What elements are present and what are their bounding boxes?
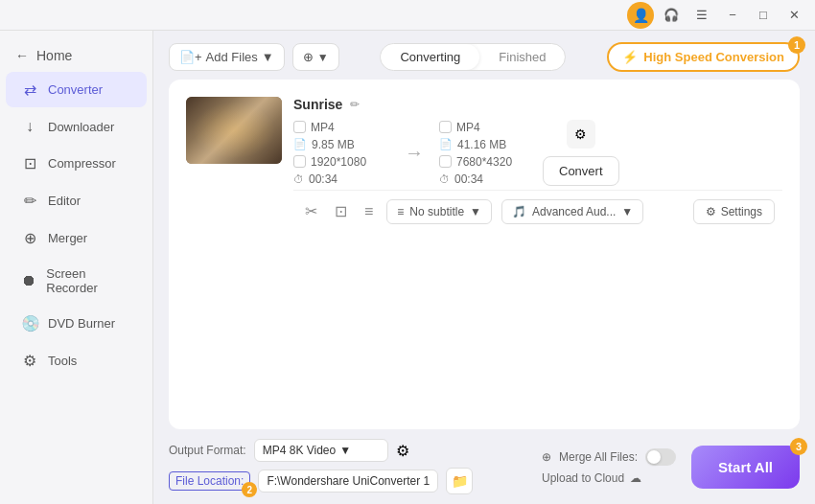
sidebar-item-tools[interactable]: ⚙ Tools — [6, 343, 147, 378]
merger-icon: ⊕ — [21, 229, 38, 247]
output-settings: Output Format: MP4 8K Video ▼ ⚙ File Loc… — [169, 439, 526, 494]
audio-dropdown-icon: ▼ — [621, 205, 633, 218]
src-duration: 00:34 — [309, 172, 338, 186]
tab-converting[interactable]: Converting — [381, 44, 479, 70]
upload-label: Upload to Cloud — [542, 471, 624, 485]
sidebar-item-label-screen-recorder: Screen Recorder — [46, 266, 131, 295]
high-speed-conversion-button[interactable]: ⚡ High Speed Conversion 1 — [607, 42, 800, 72]
output-format-label: Output Format: — [169, 444, 246, 457]
converter-icon: ⇄ — [21, 80, 38, 99]
subtitle-select[interactable]: ≡ No subtitle ▼ — [386, 199, 492, 224]
titlebar: 👤 🎧 ☰ − □ ✕ — [0, 0, 815, 31]
titlebar-minimize-button[interactable]: − — [719, 2, 746, 29]
sidebar-item-label-dvd-burner: DVD Burner — [48, 316, 115, 331]
add-files-label: Add Files — [206, 50, 258, 64]
video-thumbnail — [186, 97, 282, 164]
subtitle-icon: ≡ — [397, 205, 404, 218]
add-folder-button[interactable]: ⊕ ▼ — [292, 43, 339, 71]
sidebar-item-compressor[interactable]: ⊡ Compressor — [6, 146, 147, 181]
file-location-label[interactable]: File Location:2 — [169, 471, 250, 491]
dst-duration: 00:34 — [454, 172, 483, 186]
sidebar-item-label-editor: Editor — [48, 194, 81, 208]
src-duration-icon: ⏱ — [293, 173, 304, 185]
subtitle-dropdown-icon: ▼ — [470, 205, 481, 218]
merge-label: Merge All Files: — [559, 450, 638, 464]
video-settings-icon-button[interactable]: ⚙ — [567, 120, 595, 149]
video-edit-icon[interactable]: ✏ — [350, 98, 360, 111]
titlebar-headset-icon[interactable]: 🎧 — [658, 2, 685, 29]
crop-icon[interactable]: ⊡ — [331, 198, 351, 224]
merge-icon: ⊕ — [542, 450, 551, 464]
src-format-checkbox[interactable] — [293, 121, 306, 133]
file-location-badge: 2 — [242, 482, 257, 497]
audio-icon: 🎵 — [512, 205, 526, 218]
cut-icon[interactable]: ✂ — [301, 198, 321, 224]
output-format-line: Output Format: MP4 8K Video ▼ ⚙ — [169, 439, 526, 462]
add-files-button[interactable]: 📄+ Add Files ▼ — [169, 43, 285, 71]
sidebar-item-dvd-burner[interactable]: 💿 DVD Burner — [6, 306, 147, 341]
video-settings-button[interactable]: ⚙ Settings — [693, 199, 775, 224]
toggle-knob — [647, 450, 661, 464]
merge-all-files-line: ⊕ Merge All Files: — [542, 448, 676, 466]
titlebar-close-button[interactable]: ✕ — [780, 2, 807, 29]
folder-icon: 📁 — [452, 473, 468, 489]
sidebar-item-converter[interactable]: ⇄ Converter — [6, 72, 147, 107]
titlebar-menu-icon[interactable]: ☰ — [688, 2, 715, 29]
sidebar-item-editor[interactable]: ✏ Editor — [6, 183, 147, 218]
output-format-value: MP4 8K Video — [263, 444, 337, 457]
start-all-button[interactable]: Start All 3 — [691, 446, 800, 489]
dst-format-row: MP4 — [439, 121, 535, 134]
sidebar-item-screen-recorder[interactable]: ⏺ Screen Recorder — [6, 258, 147, 304]
video-item: Sunrise ✏ MP4 📄 9.85 MB — [178, 89, 790, 236]
thumbnail-image — [186, 97, 282, 164]
video-list-area: Sunrise ✏ MP4 📄 9.85 MB — [169, 80, 800, 429]
add-files-dropdown-icon: ▼ — [262, 50, 274, 64]
dst-format-checkbox[interactable] — [439, 121, 452, 133]
sidebar: ← Home ⇄ Converter ↓ Downloader ⊡ Compre… — [0, 31, 153, 504]
top-toolbar: 📄+ Add Files ▼ ⊕ ▼ Converting Finished ⚡… — [153, 31, 815, 80]
titlebar-maximize-button[interactable]: □ — [750, 2, 777, 29]
upload-cloud-line[interactable]: Upload to Cloud ☁ — [542, 471, 676, 485]
sidebar-home[interactable]: ← Home — [0, 40, 152, 71]
src-resolution-row: 1920*1080 — [293, 155, 389, 169]
video-title: Sunrise — [293, 97, 342, 112]
file-path-input[interactable]: F:\Wondershare UniConverter 1 — [258, 470, 438, 493]
src-format-row: MP4 — [293, 121, 389, 134]
sidebar-item-label-merger: Merger — [48, 231, 87, 245]
sidebar-item-downloader[interactable]: ↓ Downloader — [6, 109, 147, 144]
dst-duration-icon: ⏱ — [439, 173, 450, 185]
toolbar-left: 📄+ Add Files ▼ ⊕ ▼ — [169, 43, 339, 71]
dst-resolution: 7680*4320 — [456, 155, 512, 169]
output-format-select[interactable]: MP4 8K Video ▼ — [254, 439, 388, 462]
dst-size-icon: 📄 — [439, 138, 453, 150]
add-file-icon: 📄+ — [179, 50, 202, 64]
src-resolution-checkbox[interactable] — [293, 155, 306, 168]
upload-cloud-icon: ☁ — [630, 471, 641, 485]
titlebar-user-icon[interactable]: 👤 — [627, 2, 654, 29]
folder-browse-button[interactable]: 📁 — [446, 468, 473, 494]
start-all-badge: 3 — [790, 438, 807, 455]
output-settings-icon[interactable]: ⚙ — [396, 442, 409, 460]
tools-icon: ⚙ — [21, 352, 38, 370]
convert-button[interactable]: Convert — [543, 156, 619, 186]
tab-finished[interactable]: Finished — [479, 44, 565, 70]
lightning-icon: ⚡ — [622, 50, 638, 64]
source-meta: MP4 📄 9.85 MB 1920*1080 ⏱ — [293, 121, 389, 186]
sidebar-item-merger[interactable]: ⊕ Merger — [6, 220, 147, 256]
dst-resolution-row: 7680*4320 — [439, 155, 535, 169]
editor-icon: ✏ — [21, 192, 38, 210]
src-resolution: 1920*1080 — [311, 155, 366, 169]
settings-btn-label: Settings — [721, 205, 762, 218]
compressor-icon: ⊡ — [21, 154, 38, 172]
dst-resolution-checkbox[interactable] — [439, 155, 452, 168]
audio-select[interactable]: 🎵 Advanced Aud... ▼ — [501, 199, 643, 224]
downloader-icon: ↓ — [21, 118, 38, 135]
merge-toggle[interactable] — [645, 448, 676, 466]
file-location-line: File Location:2 F:\Wondershare UniConver… — [169, 468, 526, 494]
dst-duration-row: ⏱ 00:34 — [439, 172, 535, 186]
dst-size-row: 📄 41.16 MB — [439, 138, 535, 151]
video-info: Sunrise ✏ MP4 📄 9.85 MB — [293, 97, 782, 228]
adjust-icon[interactable]: ≡ — [361, 199, 377, 224]
settings-btn-icon: ⚙ — [706, 205, 716, 218]
tab-group: Converting Finished — [380, 43, 566, 71]
